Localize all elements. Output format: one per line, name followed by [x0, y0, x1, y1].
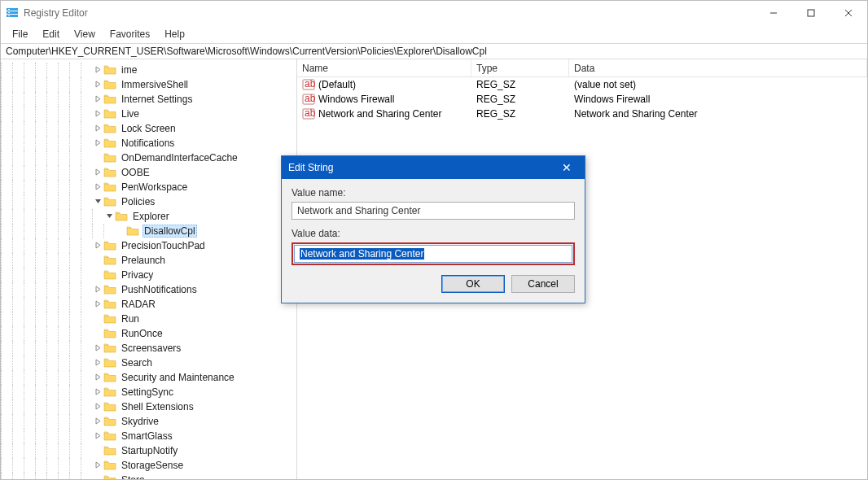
tree-node[interactable]: Prelaunch — [1, 253, 296, 268]
tree-node[interactable]: ime — [1, 63, 296, 77]
tree-node[interactable]: PushNotifications — [1, 282, 296, 297]
value-data-highlight: Network and Sharing Center — [292, 242, 575, 265]
value-data-selection: Network and Sharing Center — [300, 248, 424, 260]
menu-help[interactable]: Help — [158, 27, 191, 41]
chevron-icon[interactable] — [92, 373, 103, 382]
chevron-icon[interactable] — [92, 388, 103, 397]
chevron-icon[interactable] — [92, 359, 103, 368]
tree-node-label: RADAR — [120, 299, 157, 310]
folder-icon — [103, 181, 116, 193]
chevron-icon[interactable] — [92, 139, 103, 148]
tree-node[interactable]: Security and Maintenance — [1, 370, 296, 385]
menu-view[interactable]: View — [68, 27, 102, 41]
tree-node[interactable]: RADAR — [1, 297, 296, 312]
tree-node[interactable]: Store — [1, 473, 296, 479]
minimize-button[interactable] — [755, 1, 792, 25]
col-name[interactable]: Name — [297, 59, 471, 76]
tree-node[interactable]: PrecisionTouchPad — [1, 238, 296, 253]
value-name-field[interactable]: Network and Sharing Center — [292, 202, 575, 220]
string-value-icon: ab — [302, 108, 315, 120]
value-data-label: Value data: — [292, 228, 575, 239]
tree-node[interactable]: SmartGlass — [1, 429, 296, 443]
menu-file[interactable]: File — [6, 27, 34, 41]
window-title: Registry Editor — [24, 7, 755, 19]
value-row[interactable]: abWindows FirewallREG_SZWindows Firewall — [297, 92, 867, 107]
tree-node[interactable]: RunOnce — [1, 326, 296, 341]
tree-node[interactable]: StartupNotify — [1, 443, 296, 458]
close-button[interactable] — [830, 1, 867, 25]
tree-node[interactable]: Explorer — [1, 209, 296, 224]
dialog-titlebar[interactable]: Edit String ✕ — [282, 156, 585, 179]
chevron-icon[interactable] — [92, 432, 103, 441]
tree-node[interactable]: Skydrive — [1, 414, 296, 429]
titlebar: Registry Editor — [1, 1, 867, 25]
dialog-title: Edit String — [288, 162, 555, 173]
menu-favorites[interactable]: Favorites — [103, 27, 156, 41]
folder-icon — [103, 372, 116, 383]
tree-node[interactable]: Shell Extensions — [1, 399, 296, 414]
tree-node[interactable]: DisallowCpl — [1, 224, 296, 238]
folder-icon — [103, 108, 116, 120]
address-input[interactable] — [6, 46, 862, 57]
menu-edit[interactable]: Edit — [36, 27, 66, 41]
folder-icon — [103, 167, 116, 178]
tree-node[interactable]: Internet Settings — [1, 92, 296, 107]
tree-node-label: Notifications — [120, 137, 176, 149]
regedit-icon — [6, 7, 19, 20]
tree-node[interactable]: Run — [1, 312, 296, 326]
col-type[interactable]: Type — [471, 59, 569, 76]
chevron-icon[interactable] — [92, 124, 103, 133]
chevron-icon[interactable] — [92, 461, 103, 470]
chevron-icon[interactable] — [103, 212, 115, 221]
folder-icon — [103, 299, 116, 310]
value-row[interactable]: ab(Default)REG_SZ(value not set) — [297, 77, 867, 92]
tree-node[interactable]: Search — [1, 356, 296, 370]
svg-rect-5 — [8, 15, 10, 16]
chevron-icon[interactable] — [92, 66, 103, 75]
dialog-close-icon[interactable]: ✕ — [555, 161, 578, 174]
tree-node[interactable]: Lock Screen — [1, 121, 296, 136]
tree-node[interactable]: StorageSense — [1, 458, 296, 473]
tree-node[interactable]: Live — [1, 107, 296, 121]
chevron-icon[interactable] — [92, 417, 103, 426]
maximize-button[interactable] — [792, 1, 830, 25]
value-name: Network and Sharing Center — [318, 108, 441, 120]
col-data[interactable]: Data — [569, 59, 867, 76]
chevron-icon[interactable] — [92, 403, 103, 412]
dialog-buttons: OK Cancel — [292, 275, 575, 293]
string-value-icon: ab — [302, 79, 315, 90]
chevron-icon[interactable] — [92, 242, 103, 251]
tree-node-label: DisallowCpl — [142, 225, 197, 238]
tree-node[interactable]: Policies — [1, 194, 296, 209]
tree-node[interactable]: Notifications — [1, 136, 296, 151]
ok-button[interactable]: OK — [441, 275, 505, 293]
tree-node[interactable]: ImmersiveShell — [1, 77, 296, 92]
chevron-icon[interactable] — [92, 300, 103, 309]
svg-rect-4 — [8, 12, 10, 13]
chevron-icon[interactable] — [92, 95, 103, 104]
tree-node-label: Lock Screen — [120, 123, 178, 134]
tree-node[interactable]: PenWorkspace — [1, 180, 296, 194]
tree-panel[interactable]: imeImmersiveShellInternet SettingsLiveLo… — [1, 59, 297, 479]
tree-node-label: Privacy — [120, 269, 155, 281]
chevron-icon[interactable] — [92, 110, 103, 119]
tree-node[interactable]: OnDemandInterfaceCache — [1, 151, 296, 165]
chevron-icon[interactable] — [92, 168, 103, 177]
value-data-field[interactable]: Network and Sharing Center — [294, 245, 572, 263]
chevron-icon[interactable] — [92, 286, 103, 295]
tree-node[interactable]: Privacy — [1, 268, 296, 282]
edit-string-dialog: Edit String ✕ Value name: Network and Sh… — [281, 155, 585, 303]
cancel-button[interactable]: Cancel — [511, 275, 575, 293]
svg-rect-7 — [808, 10, 814, 16]
value-row[interactable]: abNetwork and Sharing CenterREG_SZNetwor… — [297, 107, 867, 121]
tree-node[interactable]: OOBE — [1, 165, 296, 180]
chevron-icon[interactable] — [92, 81, 103, 89]
chevron-icon[interactable] — [92, 183, 103, 192]
tree-node[interactable]: SettingSync — [1, 385, 296, 399]
chevron-icon[interactable] — [92, 198, 103, 207]
chevron-icon[interactable] — [92, 344, 103, 353]
folder-icon — [103, 343, 116, 354]
value-data: Windows Firewall — [569, 94, 867, 105]
tree-node[interactable]: Screensavers — [1, 341, 296, 356]
value-data: (value not set) — [569, 79, 867, 90]
